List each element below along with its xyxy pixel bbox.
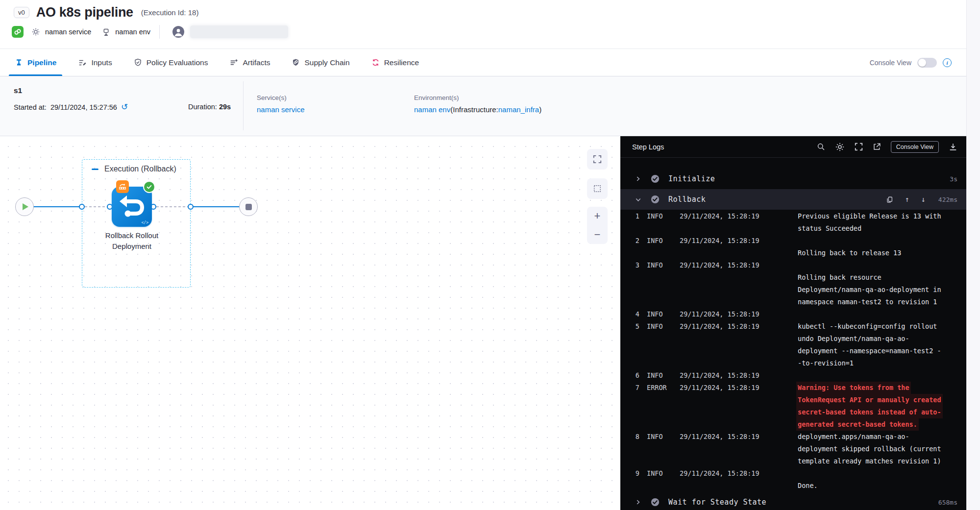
version-badge: v0 [14,7,29,18]
open-in-new-icon[interactable] [873,143,881,151]
step-name: Initialize [668,174,715,183]
log-timestamp: 29/11/2024, 15:28:19 [680,259,795,271]
page-title: AO k8s pipeline [36,5,133,20]
environment-icon [102,28,110,36]
step-duration: 658ms [938,499,957,506]
log-line-number: 2 [633,235,639,247]
zoom-in-button[interactable]: + [594,211,601,221]
log-message: Rolling back to release 13 [798,235,959,259]
console-view-button[interactable]: Console View [891,141,939,153]
info-icon[interactable]: i [943,58,952,67]
log-timestamp: 29/11/2024, 15:28:19 [680,235,795,247]
header-environment-name: naman env [115,28,150,36]
success-check-icon [651,498,660,507]
log-settings-gear-icon[interactable] [835,142,845,152]
gear-icon [31,27,40,36]
log-entry: 8INFO29/11/2024, 15:28:19deployment.apps… [620,431,966,467]
execution-history-icon[interactable]: ↺ [121,103,128,111]
tab-supply-chain[interactable]: Supply Chain [292,49,349,76]
log-line-number: 6 [633,369,639,382]
step-duration: 422ms [938,196,957,203]
stop-icon [245,204,252,210]
log-entry: 9INFO29/11/2024, 15:28:19Done. [620,467,966,492]
log-entry: 5INFO29/11/2024, 15:28:19kubectl --kubec… [620,320,966,369]
scroll-down-icon[interactable]: ↓ [921,195,926,204]
copy-logs-icon[interactable] [886,196,893,203]
log-panel-header: Step Logs Console View [620,136,966,158]
log-timestamp: 29/11/2024, 15:28:19 [680,431,795,443]
zoom-controls: + − [587,207,608,244]
environment-link[interactable]: naman env [414,105,450,114]
service-link[interactable]: naman service [257,105,305,114]
infrastructure-link[interactable]: naman_infra [498,105,539,114]
success-check-icon [651,195,660,204]
log-line-number: 9 [633,467,639,480]
tab-pipeline[interactable]: Pipeline [15,49,56,76]
tab-policy-evaluations[interactable]: Policy Evaluations [134,49,208,76]
marquee-select-button[interactable] [587,178,608,199]
log-timestamp: 29/11/2024, 15:28:19 [680,467,795,480]
console-view-toggle[interactable] [917,58,937,68]
download-logs-icon[interactable] [949,143,957,151]
duration-label: Duration: [188,103,217,111]
policy-shield-icon [134,58,142,67]
log-message [798,308,959,320]
tab-label: Pipeline [27,58,56,67]
pipeline-icon [15,58,23,67]
artifacts-icon [229,58,238,67]
search-icon[interactable] [817,143,825,151]
log-level: INFO [647,259,676,271]
connector-ring [79,204,85,210]
log-timestamp: 29/11/2024, 15:28:19 [680,308,795,320]
cd-module-icon [12,26,24,38]
log-timestamp: 29/11/2024, 15:28:19 [680,369,795,382]
log-level: INFO [647,369,676,382]
connector-ring [188,204,194,210]
chevron-right-icon [635,176,642,182]
node-label: Rollback Rollout Deployment [92,230,172,252]
log-entry: 4INFO29/11/2024, 15:28:19 [620,308,966,320]
rollout-badge-icon [116,180,129,193]
infra-suffix: ) [539,105,541,114]
log-entry: 6INFO29/11/2024, 15:28:19 [620,369,966,382]
divider [159,25,160,39]
chevron-right-icon [635,499,642,505]
step-row-rollback[interactable]: Rollback ↑ ↓ 422ms [620,189,966,210]
divider [243,81,244,130]
log-line-number: 5 [633,320,639,333]
infra-prefix: (Infrastructure: [450,105,498,114]
log-message [798,369,959,382]
chevron-down-icon [635,196,642,203]
tab-resilience[interactable]: Resilience [371,49,419,76]
log-level: INFO [647,308,676,320]
page-scrollbar[interactable] [966,0,980,510]
started-at-value: 29/11/2024, 15:27:56 [50,103,117,111]
scroll-up-icon[interactable]: ↑ [905,195,909,204]
tab-label: Inputs [91,58,112,67]
header-service-name: naman service [45,28,91,36]
tabs-bar: Pipeline Inputs Policy Evaluations Artif… [0,49,966,76]
collapse-group-button[interactable] [91,166,98,173]
tab-inputs[interactable]: Inputs [78,49,112,76]
log-message: Previous eligible Release is 13 withstat… [798,210,959,235]
tab-artifacts[interactable]: Artifacts [229,49,270,76]
inputs-icon [78,58,87,67]
log-lines: 1INFO29/11/2024, 15:28:19Previous eligib… [620,210,966,492]
success-check-icon [651,174,660,183]
log-line-number: 3 [633,259,639,271]
step-row-initialize[interactable]: Initialize 3s [620,169,966,189]
zoom-out-button[interactable]: − [594,229,601,240]
log-timestamp: 29/11/2024, 15:28:19 [680,320,795,333]
redacted-user-chip [190,25,288,38]
log-panel-title: Step Logs [632,143,817,151]
fullscreen-canvas-button[interactable] [587,149,608,170]
pipeline-execution-page: v0 AO k8s pipeline (Execution Id: 18) na… [0,0,980,510]
log-line-number: 4 [633,308,639,320]
rollback-step-node[interactable]: </> [112,187,152,227]
log-entry: 3INFO29/11/2024, 15:28:19Rolling back re… [620,259,966,308]
step-row-wait-for-steady-state[interactable]: Wait for Steady State 658ms [620,492,966,510]
pipeline-canvas[interactable]: Execution (Rollback) </> Rollback Rollou… [0,136,620,510]
log-message: Rolling back resourceDeployment/naman-qa… [798,259,959,308]
expand-logs-icon[interactable] [855,143,863,151]
step-duration: 3s [950,175,957,183]
